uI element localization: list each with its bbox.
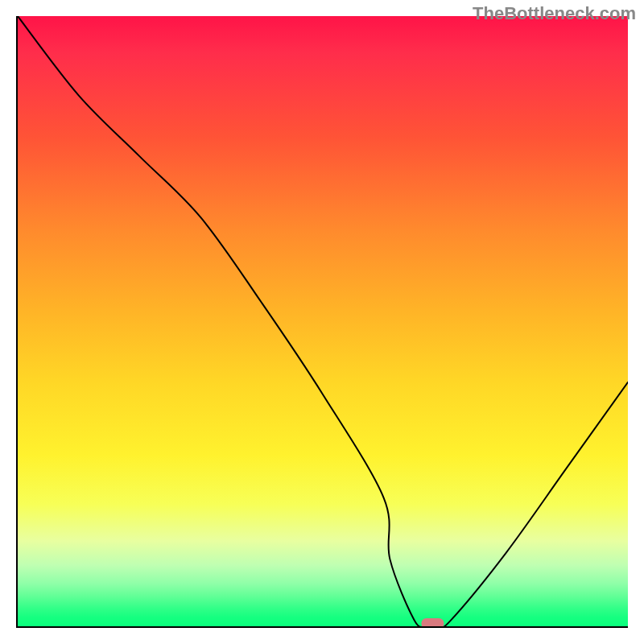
watermark-text: TheBottleneck.com	[473, 3, 636, 24]
optimal-point-marker	[421, 618, 444, 626]
chart-container: TheBottleneck.com	[0, 0, 644, 644]
plot-area	[16, 16, 628, 628]
bottleneck-curve-svg	[18, 16, 628, 626]
bottleneck-curve	[18, 16, 628, 626]
